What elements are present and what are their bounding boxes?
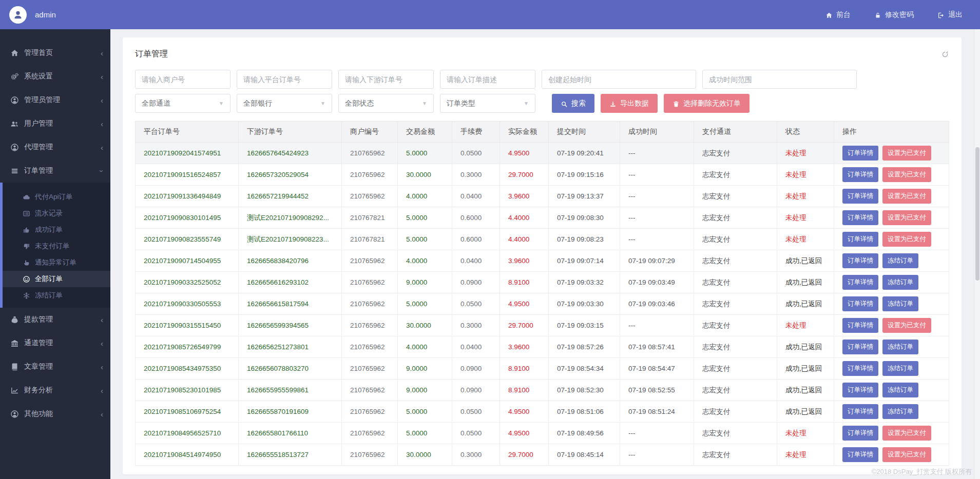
create-time-range-input[interactable] — [542, 70, 696, 89]
platform-order-no: 20210719090332525052 — [136, 272, 239, 293]
user-circle-icon — [10, 143, 24, 152]
submit-time: 07-19 09:20:41 — [549, 143, 620, 164]
freeze-order-button[interactable]: 冻结订单 — [882, 340, 918, 354]
order-detail-button[interactable]: 订单详情 — [842, 426, 878, 441]
topnav-logout[interactable]: 退出 — [937, 10, 963, 19]
submit-time: 07-19 09:03:30 — [549, 293, 620, 315]
order-detail-button[interactable]: 订单详情 — [842, 340, 878, 354]
order-row: 20210719092041574951 1626657645424923 21… — [136, 143, 949, 164]
order-detail-button[interactable]: 订单详情 — [842, 447, 878, 462]
order-detail-button[interactable]: 订单详情 — [842, 210, 878, 225]
window-scrollbar[interactable] — [974, 29, 980, 479]
order-detail-button[interactable]: 订单详情 — [842, 253, 878, 268]
set-paid-button[interactable]: 设置为已支付 — [882, 447, 931, 462]
freeze-order-button[interactable]: 冻结订单 — [882, 253, 918, 268]
submenu-item-frozen-orders[interactable]: 冻结订单 — [3, 287, 110, 304]
topnav-change-password[interactable]: 修改密码 — [874, 10, 914, 19]
pay-channel: 志宏支付 — [694, 380, 777, 401]
order-row: 20210719090332525052 1626656616293102 21… — [136, 272, 949, 293]
user-avatar[interactable] — [9, 6, 27, 24]
order-type-select[interactable]: 订单类型▼ — [440, 94, 535, 113]
merchant-no: 210765962 — [342, 250, 398, 272]
sidebar-item-withdraw-manage[interactable]: 提款管理‹ — [0, 308, 110, 331]
channel-select[interactable]: 全部通道▼ — [135, 94, 230, 113]
scrollbar-thumb[interactable] — [975, 147, 979, 281]
sidebar-item-channel-manage[interactable]: 通道管理‹ — [0, 331, 110, 355]
submenu-item-success-orders[interactable]: 成功订单 — [3, 222, 110, 238]
actual-amount: 29.7000 — [500, 315, 549, 336]
bars-icon — [10, 166, 24, 175]
set-paid-button[interactable]: 设置为已支付 — [882, 167, 931, 182]
freeze-order-button[interactable]: 冻结订单 — [882, 275, 918, 290]
refresh-icon[interactable] — [941, 50, 949, 59]
chevron-left-icon: ‹ — [101, 144, 103, 151]
submenu-item-unpaid-orders[interactable]: 未支付订单 — [3, 238, 110, 254]
order-detail-button[interactable]: 订单详情 — [842, 296, 878, 311]
sidebar-item-agent-manage[interactable]: 代理管理‹ — [0, 135, 110, 159]
freeze-order-button[interactable]: 冻结订单 — [882, 404, 918, 419]
merchant-no-input[interactable] — [135, 70, 230, 89]
platform-order-no: 20210719085726549799 — [136, 336, 239, 358]
column-header: 实际金额 — [500, 122, 549, 143]
status-label: 成功,已返回 — [777, 293, 834, 315]
submenu-item-notify-error-orders[interactable]: 通知异常订单 — [3, 254, 110, 271]
set-paid-button[interactable]: 设置为已支付 — [882, 232, 931, 247]
bank-select[interactable]: 全部银行▼ — [237, 94, 332, 113]
freeze-order-button[interactable]: 冻结订单 — [882, 296, 918, 311]
lock-icon — [874, 10, 881, 18]
downstream-order-no-input[interactable] — [338, 70, 434, 89]
column-header: 提交时间 — [549, 122, 620, 143]
freeze-order-button[interactable]: 冻结订单 — [882, 383, 918, 397]
platform-order-no: 20210719085106975254 — [136, 401, 239, 423]
submenu-item-flow-records[interactable]: 流水记录 — [3, 205, 110, 222]
order-detail-button[interactable]: 订单详情 — [842, 404, 878, 419]
sidebar-item-article-manage[interactable]: 文章管理‹ — [0, 355, 110, 378]
topnav-logout-label: 退出 — [948, 10, 963, 19]
search-button-label: 搜索 — [571, 99, 586, 108]
download-icon — [609, 99, 617, 107]
order-detail-button[interactable]: 订单详情 — [842, 361, 878, 376]
platform-order-no: 20210719090714504955 — [136, 250, 239, 272]
order-detail-button[interactable]: 订单详情 — [842, 146, 878, 161]
sidebar-item-system-settings[interactable]: 系统设置‹ — [0, 65, 110, 88]
sidebar-item-admin-manage[interactable]: 管理员管理‹ — [0, 88, 110, 112]
order-detail-button[interactable]: 订单详情 — [842, 318, 878, 333]
delete-invalid-button[interactable]: 选择删除无效订单 — [664, 94, 750, 113]
success-time-range-input[interactable] — [702, 70, 857, 89]
platform-order-no-input[interactable] — [237, 70, 332, 89]
sidebar-item-finance-analysis[interactable]: 财务分析‹ — [0, 378, 110, 402]
set-paid-button[interactable]: 设置为已支付 — [882, 426, 931, 441]
topnav-front-site[interactable]: 前台 — [825, 10, 851, 19]
sidebar-item-other-functions[interactable]: 其他功能‹ — [0, 402, 110, 426]
dropdown-arrow-icon: ▼ — [219, 101, 224, 106]
order-detail-button[interactable]: 订单详情 — [842, 167, 878, 182]
freeze-order-button[interactable]: 冻结订单 — [882, 361, 918, 376]
set-paid-button[interactable]: 设置为已支付 — [882, 318, 931, 333]
order-detail-button[interactable]: 订单详情 — [842, 232, 878, 247]
set-paid-button[interactable]: 设置为已支付 — [882, 189, 931, 204]
search-button[interactable]: 搜索 — [552, 94, 594, 113]
fee: 0.0400 — [452, 250, 500, 272]
status-select[interactable]: 全部状态▼ — [338, 94, 434, 113]
order-desc-input[interactable] — [440, 70, 535, 89]
submenu-item-all-orders[interactable]: 全部订单 — [3, 271, 110, 287]
actions-cell: 订单详情设置为已支付 — [834, 423, 949, 444]
bank-icon — [10, 338, 24, 348]
order-detail-button[interactable]: 订单详情 — [842, 275, 878, 290]
sidebar: 管理首页‹系统设置‹管理员管理‹用户管理‹代理管理‹订单管理›代付Api订单流水… — [0, 29, 110, 479]
success-time: --- — [620, 444, 694, 466]
topbar-links: 前台修改密码退出 — [825, 10, 980, 19]
sidebar-item-admin-home[interactable]: 管理首页‹ — [0, 41, 110, 65]
sidebar-item-order-manage[interactable]: 订单管理› — [0, 159, 110, 183]
thumb-down-icon — [23, 242, 35, 250]
export-button[interactable]: 导出数据 — [601, 94, 658, 113]
submenu-item-api-orders[interactable]: 代付Api订单 — [3, 189, 110, 205]
order-detail-button[interactable]: 订单详情 — [842, 383, 878, 397]
home-icon — [825, 10, 833, 18]
set-paid-button[interactable]: 设置为已支付 — [882, 146, 931, 161]
set-paid-button[interactable]: 设置为已支付 — [882, 210, 931, 225]
sidebar-item-user-manage[interactable]: 用户管理‹ — [0, 112, 110, 135]
pay-channel: 志宏支付 — [694, 186, 777, 207]
order-detail-button[interactable]: 订单详情 — [842, 189, 878, 204]
smile-icon — [23, 275, 35, 283]
